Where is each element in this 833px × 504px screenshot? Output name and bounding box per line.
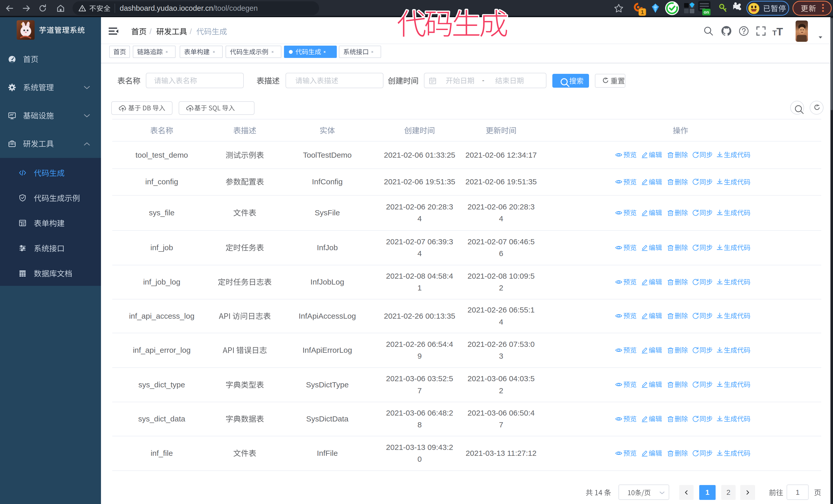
svg-text:1: 1 (641, 9, 644, 16)
svg-text:T: T (776, 26, 783, 38)
svg-text:on: on (704, 10, 709, 15)
svg-text:T: T (772, 29, 777, 37)
